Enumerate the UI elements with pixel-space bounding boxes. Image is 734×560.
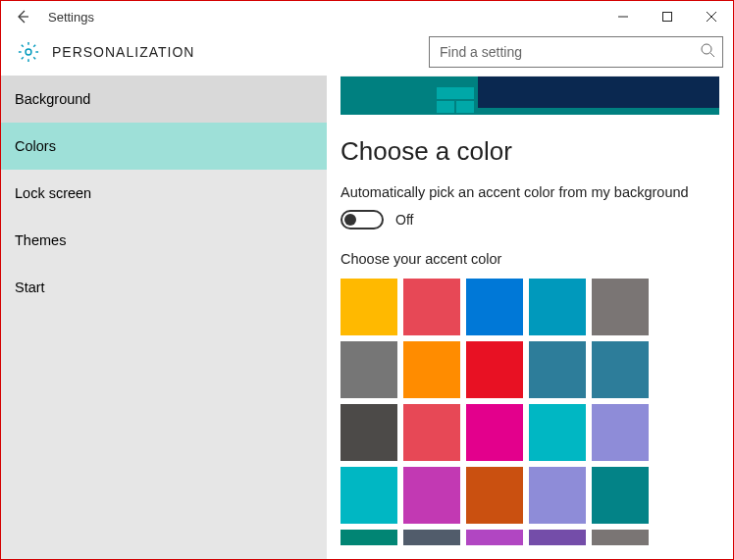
category-title: PERSONALIZATION bbox=[52, 44, 194, 60]
sidebar: Background Colors Lock screen Themes Sta… bbox=[1, 76, 327, 559]
accent-swatch[interactable] bbox=[341, 341, 397, 398]
sidebar-item-background[interactable]: Background bbox=[1, 76, 327, 123]
sidebar-item-label: Lock screen bbox=[15, 185, 91, 201]
accent-swatch[interactable] bbox=[592, 279, 649, 335]
search-input[interactable] bbox=[429, 36, 723, 68]
toggle-state-text: Off bbox=[395, 212, 413, 228]
sidebar-item-label: Start bbox=[15, 280, 45, 295]
gear-icon bbox=[15, 38, 42, 66]
accent-swatch[interactable] bbox=[341, 279, 397, 335]
svg-point-5 bbox=[26, 49, 31, 55]
auto-pick-toggle[interactable] bbox=[341, 210, 384, 229]
accent-swatch[interactable] bbox=[592, 467, 649, 524]
accent-swatch[interactable] bbox=[403, 530, 460, 545]
auto-pick-label: Automatically pick an accent color from … bbox=[341, 184, 733, 200]
svg-line-10 bbox=[22, 45, 24, 47]
accent-swatch[interactable] bbox=[341, 404, 397, 461]
accent-swatch[interactable] bbox=[466, 404, 523, 461]
sidebar-item-themes[interactable]: Themes bbox=[1, 217, 327, 264]
accent-color-grid bbox=[341, 279, 733, 559]
accent-swatch[interactable] bbox=[403, 404, 460, 461]
accent-swatch[interactable] bbox=[466, 341, 523, 398]
sidebar-item-colors[interactable]: Colors bbox=[1, 123, 327, 170]
sidebar-item-label: Background bbox=[15, 91, 90, 107]
accent-swatch[interactable] bbox=[529, 404, 586, 461]
sidebar-item-label: Themes bbox=[15, 232, 66, 248]
sidebar-item-lock-screen[interactable]: Lock screen bbox=[1, 170, 327, 217]
accent-swatch[interactable] bbox=[403, 467, 460, 524]
accent-swatch[interactable] bbox=[341, 467, 397, 524]
section-title: Choose a color bbox=[341, 136, 733, 167]
accent-swatch[interactable] bbox=[341, 530, 397, 545]
accent-swatch[interactable] bbox=[403, 341, 460, 398]
svg-rect-2 bbox=[662, 13, 671, 22]
back-button[interactable] bbox=[1, 1, 44, 32]
sidebar-item-start[interactable]: Start bbox=[1, 264, 327, 311]
accent-swatch[interactable] bbox=[466, 279, 523, 335]
accent-swatch[interactable] bbox=[466, 530, 523, 545]
window-title: Settings bbox=[44, 10, 94, 25]
accent-swatch[interactable] bbox=[529, 279, 586, 335]
color-preview bbox=[341, 76, 719, 115]
accent-swatch[interactable] bbox=[592, 404, 649, 461]
content-pane: Choose a color Automatically pick an acc… bbox=[327, 76, 733, 559]
sidebar-item-label: Colors bbox=[15, 138, 56, 154]
accent-swatch[interactable] bbox=[592, 341, 649, 398]
svg-line-12 bbox=[22, 57, 24, 59]
accent-swatch[interactable] bbox=[529, 467, 586, 524]
accent-swatch[interactable] bbox=[592, 530, 649, 545]
accent-swatch[interactable] bbox=[529, 530, 586, 545]
accent-swatch[interactable] bbox=[529, 341, 586, 398]
svg-line-11 bbox=[33, 57, 35, 59]
svg-line-15 bbox=[710, 53, 714, 57]
search-icon bbox=[700, 42, 715, 58]
close-button[interactable] bbox=[689, 1, 733, 32]
svg-line-13 bbox=[33, 45, 35, 47]
accent-swatch[interactable] bbox=[403, 279, 460, 335]
maximize-button[interactable] bbox=[645, 1, 689, 32]
accent-color-label: Choose your accent color bbox=[341, 251, 733, 267]
accent-swatch[interactable] bbox=[466, 467, 523, 524]
minimize-button[interactable] bbox=[601, 1, 645, 32]
svg-point-14 bbox=[702, 44, 711, 54]
